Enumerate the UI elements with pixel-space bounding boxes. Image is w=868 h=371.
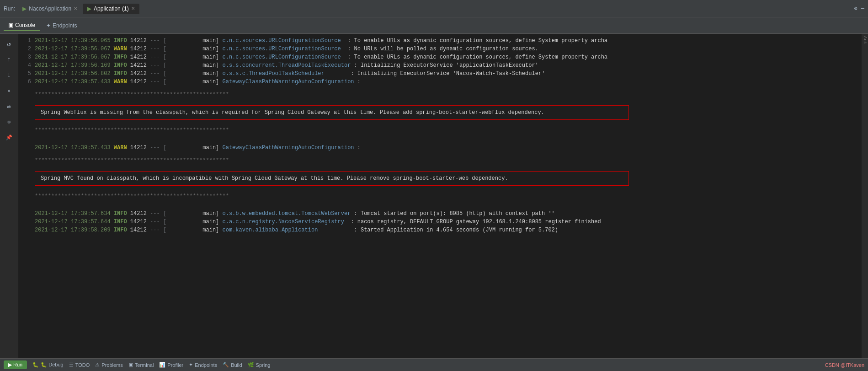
tab1-label: NacosApplication bbox=[29, 5, 71, 12]
stars-line-2: ****************************************… bbox=[22, 126, 858, 134]
tab2-run-icon: ▶ bbox=[87, 5, 91, 12]
terminal-icon: ▣ bbox=[128, 362, 133, 368]
tab-endpoints[interactable]: ✦ Endpoints bbox=[42, 21, 81, 31]
endpoints-label: Endpoints bbox=[53, 22, 77, 29]
log-line-b2: 2021-12-17 17:39:57.644 INFO 14212 --- [… bbox=[22, 218, 858, 226]
warn-box-1-content: Spring Webflux is missing from the class… bbox=[35, 105, 629, 120]
spring-icon: 🌿 bbox=[248, 362, 254, 368]
title-bar: Run: ▶ NacosApplication ✕ ▶ Application … bbox=[0, 0, 868, 17]
status-bar: ▶ Run 🐛 🐛 Debug ☰ TODO ⚠ Problems ▣ Term… bbox=[0, 358, 868, 371]
todo-label: TODO bbox=[75, 362, 90, 368]
log-line-b1: 2021-12-17 17:39:57.634 INFO 14212 --- [… bbox=[22, 210, 858, 218]
warn-box-1: Spring Webflux is missing from the class… bbox=[22, 103, 858, 122]
problems-item[interactable]: ⚠ Problems bbox=[95, 362, 122, 368]
tab-nacos-application[interactable]: ▶ NacosApplication ✕ bbox=[18, 4, 82, 14]
tab2-label: Application (1) bbox=[94, 5, 129, 12]
debug-item[interactable]: 🐛 🐛 Debug bbox=[32, 362, 63, 368]
endpoints-status-item[interactable]: ✦ Endpoints bbox=[189, 362, 217, 368]
gutter-marker: Ant bbox=[863, 36, 867, 45]
log-line-6: 6 2021-12-17 17:39:57.433 WARN 14212 ---… bbox=[22, 78, 858, 86]
stars-line-1: ****************************************… bbox=[22, 91, 858, 99]
main-container: ↺ ↑ ↓ ✕ ⇌ ⚙ 📌 1 2021-12-17 17:39:56.065 … bbox=[0, 34, 868, 358]
spacer-4 bbox=[22, 134, 858, 139]
scroll-up-icon[interactable]: ↑ bbox=[3, 53, 16, 66]
settings-icon[interactable]: ⚙ bbox=[854, 5, 857, 12]
spacer-6 bbox=[22, 152, 858, 156]
build-item[interactable]: 🔨 Build bbox=[223, 362, 242, 368]
stars-line-3: ****************************************… bbox=[22, 156, 858, 165]
todo-item[interactable]: ☰ TODO bbox=[69, 362, 90, 368]
problems-label: Problems bbox=[101, 362, 122, 368]
minimize-icon[interactable]: — bbox=[861, 5, 864, 12]
log-line-4: 4 2021-12-17 17:39:56.169 INFO 14212 ---… bbox=[22, 61, 858, 70]
title-bar-controls: ⚙ — bbox=[854, 5, 864, 12]
log-line-mid: 2021-12-17 17:39:57.433 WARN 14212 --- [… bbox=[22, 144, 858, 152]
log-line-1: 1 2021-12-17 17:39:56.065 INFO 14212 ---… bbox=[22, 37, 858, 45]
endpoints-status-icon: ✦ bbox=[189, 362, 193, 368]
pin-icon[interactable]: 📌 bbox=[3, 131, 16, 144]
spacer-8 bbox=[22, 188, 858, 192]
console-label: Console bbox=[15, 22, 35, 28]
endpoints-icon: ✦ bbox=[46, 22, 51, 29]
tab2-close-icon[interactable]: ✕ bbox=[131, 6, 135, 11]
console-icon: ▣ bbox=[8, 22, 13, 28]
terminal-label: Terminal bbox=[135, 362, 154, 368]
spacer-9 bbox=[22, 200, 858, 205]
profiler-item[interactable]: 📊 Profiler bbox=[159, 362, 183, 368]
filter-icon[interactable]: ⚙ bbox=[3, 115, 16, 128]
spacer-1 bbox=[22, 86, 858, 91]
todo-icon: ☰ bbox=[69, 362, 74, 368]
profiler-label: Profiler bbox=[167, 362, 183, 368]
tab1-close-icon[interactable]: ✕ bbox=[74, 6, 77, 11]
spacer-7 bbox=[22, 165, 858, 169]
clear-icon[interactable]: ✕ bbox=[3, 84, 16, 97]
run-button[interactable]: ▶ Run bbox=[4, 360, 27, 369]
tab-console[interactable]: ▣ Console bbox=[4, 20, 40, 31]
warn-box-2-content: Spring MVC found on classpath, which is … bbox=[35, 171, 629, 186]
log-line-3: 3 2021-12-17 17:39:56.067 INFO 14212 ---… bbox=[22, 53, 858, 61]
csdn-label: CSDN @ITKaven bbox=[825, 362, 864, 368]
right-gutter: Ant bbox=[862, 34, 868, 358]
spacer-10 bbox=[22, 205, 858, 210]
log-line-5: 5 2021-12-17 17:39:56.802 INFO 14212 ---… bbox=[22, 70, 858, 78]
spacer-2 bbox=[22, 99, 858, 103]
toolbar: ▣ Console ✦ Endpoints bbox=[0, 17, 868, 34]
log-line-2: 2 2021-12-17 17:39:56.067 WARN 14212 ---… bbox=[22, 45, 858, 53]
console-area[interactable]: 1 2021-12-17 17:39:56.065 INFO 14212 ---… bbox=[18, 34, 862, 358]
profiler-icon: 📊 bbox=[159, 362, 165, 368]
debug-icon: 🐛 bbox=[32, 362, 39, 368]
stars-line-4: ****************************************… bbox=[22, 192, 858, 200]
debug-label: 🐛 Debug bbox=[41, 362, 63, 368]
terminal-item[interactable]: ▣ Terminal bbox=[128, 362, 154, 368]
log-container: 1 2021-12-17 17:39:56.065 INFO 14212 ---… bbox=[18, 36, 862, 235]
wrap-icon[interactable]: ⇌ bbox=[3, 100, 16, 113]
endpoints-status-label: Endpoints bbox=[195, 362, 217, 368]
problems-icon: ⚠ bbox=[95, 362, 100, 368]
spacer-5 bbox=[22, 139, 858, 144]
restart-icon[interactable]: ↺ bbox=[3, 38, 16, 50]
tab1-run-icon: ▶ bbox=[22, 5, 27, 12]
log-line-b3: 2021-12-17 17:39:58.209 INFO 14212 --- [… bbox=[22, 226, 858, 234]
spacer-3 bbox=[22, 122, 858, 126]
run-label: Run: bbox=[4, 5, 15, 12]
spring-label: Spring bbox=[256, 362, 271, 368]
warn-box-2: Spring MVC found on classpath, which is … bbox=[22, 169, 858, 188]
scroll-down-icon[interactable]: ↓ bbox=[3, 69, 16, 81]
build-label: Build bbox=[231, 362, 242, 368]
spring-item[interactable]: 🌿 Spring bbox=[248, 362, 271, 368]
tab-application[interactable]: ▶ Application (1) ✕ bbox=[83, 4, 139, 14]
build-icon: 🔨 bbox=[223, 362, 229, 368]
left-sidebar: ↺ ↑ ↓ ✕ ⇌ ⚙ 📌 bbox=[0, 34, 18, 358]
